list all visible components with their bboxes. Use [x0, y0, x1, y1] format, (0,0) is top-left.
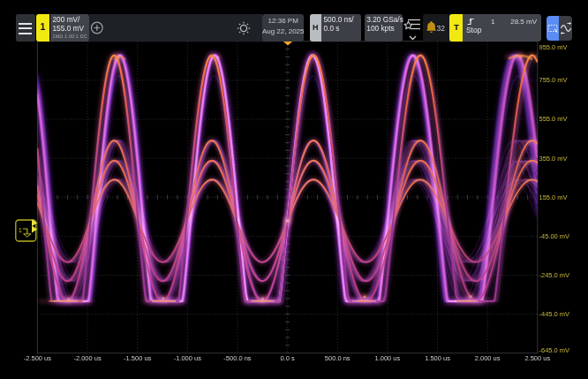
svg-text:1: 1	[19, 226, 22, 234]
